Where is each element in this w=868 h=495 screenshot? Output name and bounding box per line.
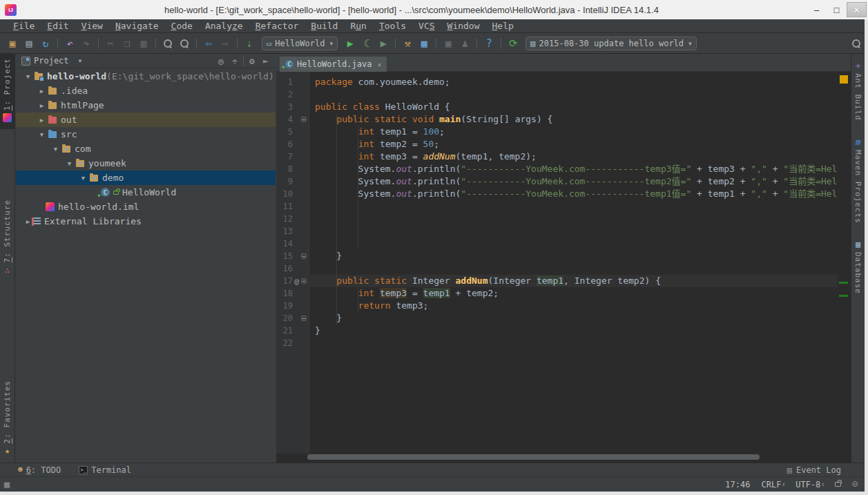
- toolwindow-button-terminal[interactable]: >_ Terminal: [79, 465, 131, 475]
- tree-item-src[interactable]: ▼src: [16, 127, 276, 142]
- menu-edit[interactable]: Edit: [41, 19, 75, 33]
- stripe-button-ant-build[interactable]: ✳Ant Build: [851, 54, 865, 125]
- code-line-4[interactable]: public static void main(String[] args) {: [315, 113, 838, 126]
- code-line-14[interactable]: [315, 237, 838, 250]
- unlock-icon[interactable]: [835, 482, 841, 487]
- menu-refactor[interactable]: Refactor: [249, 19, 305, 33]
- gutter-line-13[interactable]: 13: [276, 225, 309, 237]
- fold-end-marker-icon[interactable]: [301, 253, 307, 259]
- back-icon[interactable]: ⇦: [200, 35, 217, 52]
- hector-inspections-icon[interactable]: ☺: [852, 479, 858, 489]
- stripe-button-2-favorites[interactable]: 2: Favorites★: [0, 376, 15, 463]
- gutter-line-5[interactable]: 5: [276, 126, 309, 138]
- horizontal-scrollbar[interactable]: [276, 454, 851, 460]
- gutter-line-12[interactable]: 12: [276, 213, 309, 225]
- settings-icon[interactable]: ⚒: [399, 35, 416, 52]
- code-pane[interactable]: package com.youmeek.demo;public class He…: [310, 72, 838, 454]
- forward-icon[interactable]: ⇨: [217, 35, 233, 52]
- editor-gutter[interactable]: 1234567891011121314151617@1819202122: [276, 72, 309, 454]
- tree-item-demo[interactable]: ▼demo: [16, 171, 276, 185]
- fold-end-marker-icon[interactable]: [301, 316, 307, 321]
- copy-icon[interactable]: ❐: [119, 35, 135, 52]
- gutter-line-22[interactable]: 22: [276, 337, 309, 349]
- minimize-button[interactable]: –: [807, 2, 827, 17]
- run-configuration-select[interactable]: ▭HelloWorld▼: [262, 37, 338, 50]
- gutter-line-14[interactable]: 14: [276, 237, 309, 250]
- expanded-arrow-icon[interactable]: ▼: [66, 160, 73, 167]
- help-icon[interactable]: ?: [481, 35, 497, 52]
- highlight-stripe-marker[interactable]: [839, 282, 848, 284]
- highlight-stripe-marker[interactable]: [839, 295, 848, 297]
- gutter-line-8[interactable]: 8: [276, 163, 309, 175]
- gutter-line-19[interactable]: 19: [276, 300, 309, 312]
- gutter-line-10[interactable]: 10: [276, 188, 309, 200]
- stripe-button-7-structure[interactable]: 7: Structure∴: [0, 195, 15, 282]
- gutter-line-20[interactable]: 20: [276, 312, 309, 324]
- code-line-21[interactable]: }: [315, 324, 838, 337]
- gutter-line-21[interactable]: 21: [276, 324, 309, 337]
- paste-icon[interactable]: ▥: [135, 35, 152, 52]
- code-line-11[interactable]: [315, 200, 838, 213]
- chevron-down-icon[interactable]: ▼: [79, 58, 82, 64]
- expanded-arrow-icon[interactable]: ▼: [24, 73, 32, 80]
- gutter-line-7[interactable]: 7: [276, 151, 309, 163]
- gear-icon[interactable]: ⚙: [245, 56, 259, 66]
- code-line-10[interactable]: System.out.println("-----------YouMeek.c…: [315, 188, 838, 200]
- code-line-6[interactable]: int temp2 = 50;: [315, 138, 838, 151]
- caret-position[interactable]: 17:46: [725, 480, 750, 489]
- code-line-15[interactable]: }: [315, 250, 838, 262]
- code-line-17[interactable]: public static Integer addNum(Integer tem…: [310, 275, 838, 287]
- gutter-line-15[interactable]: 15: [276, 250, 309, 262]
- menu-view[interactable]: View: [75, 19, 109, 33]
- tree-item-htmlpage[interactable]: ▶htmlPage: [16, 98, 276, 113]
- undo-icon[interactable]: ↶: [61, 35, 78, 52]
- debug-icon[interactable]: ☾: [358, 35, 375, 52]
- code-line-9[interactable]: System.out.println("-----------YouMeek.c…: [315, 175, 838, 188]
- encoding-select[interactable]: UTF-8⇕: [795, 480, 824, 489]
- synchronize-icon[interactable]: ↻: [37, 35, 54, 52]
- stripe-button-maven-projects[interactable]: mMaven Projects: [851, 130, 865, 228]
- tree-item-helloworld[interactable]: CHelloWorld: [16, 185, 276, 200]
- gutter-line-16[interactable]: 16: [276, 262, 309, 275]
- code-line-3[interactable]: public class HelloWorld {: [315, 101, 838, 113]
- menu-window[interactable]: Window: [441, 19, 486, 33]
- code-line-1[interactable]: package com.youmeek.demo;: [315, 76, 838, 88]
- hide-panel-icon[interactable]: ⇤: [259, 56, 273, 66]
- run-icon[interactable]: ▶: [342, 35, 358, 52]
- menu-vcs[interactable]: VCS: [412, 19, 441, 33]
- code-line-5[interactable]: int temp1 = 100;: [315, 126, 838, 138]
- code-line-7[interactable]: int temp3 = addNum(temp1, temp2);: [315, 151, 838, 163]
- replace-icon[interactable]: [176, 35, 193, 52]
- error-stripe[interactable]: [838, 72, 851, 454]
- toolwindow-button-todo[interactable]: ☻ 6: TODO: [18, 465, 61, 475]
- fold-marker-icon[interactable]: [301, 278, 307, 284]
- code-editor[interactable]: 1234567891011121314151617@1819202122 pac…: [276, 72, 851, 454]
- collapsed-arrow-icon[interactable]: ▶: [38, 102, 46, 109]
- stripe-button-database[interactable]: ▦Database: [851, 233, 865, 298]
- warning-stripe-marker[interactable]: [840, 75, 848, 84]
- collapsed-arrow-icon[interactable]: ▶: [38, 117, 46, 124]
- find-icon[interactable]: [160, 35, 176, 52]
- make-project-icon[interactable]: ⇣: [241, 35, 258, 52]
- android-sdk-icon[interactable]: ▣: [440, 35, 456, 52]
- expanded-arrow-icon[interactable]: ▼: [52, 146, 59, 153]
- line-ending-select[interactable]: CRLF⇕: [761, 480, 784, 489]
- gutter-line-3[interactable]: 3: [276, 101, 309, 113]
- tree-item-hello-world[interactable]: ▼hello-world (E:\git_work_space\hello-wo…: [16, 69, 276, 84]
- menu-analyze[interactable]: Analyze: [199, 19, 249, 33]
- scrollbar-thumb[interactable]: [307, 454, 760, 460]
- code-line-12[interactable]: [315, 213, 838, 225]
- code-line-13[interactable]: [315, 225, 838, 237]
- menu-run[interactable]: Run: [344, 19, 372, 33]
- code-line-20[interactable]: }: [315, 312, 838, 324]
- tree-item-hello-world-iml[interactable]: hello-world.iml: [16, 200, 276, 214]
- tree-item-com[interactable]: ▼com: [16, 142, 276, 156]
- redo-icon[interactable]: ↷: [78, 35, 95, 52]
- tree-item-youmeek[interactable]: ▼youmeek: [16, 156, 276, 171]
- fold-marker-icon[interactable]: [301, 117, 307, 122]
- tree-item--idea[interactable]: ▶.idea: [16, 84, 276, 98]
- menu-file[interactable]: File: [7, 19, 41, 33]
- gutter-line-9[interactable]: 9: [276, 175, 309, 188]
- menu-navigate[interactable]: Navigate: [109, 19, 165, 33]
- gutter-line-11[interactable]: 11: [276, 200, 309, 213]
